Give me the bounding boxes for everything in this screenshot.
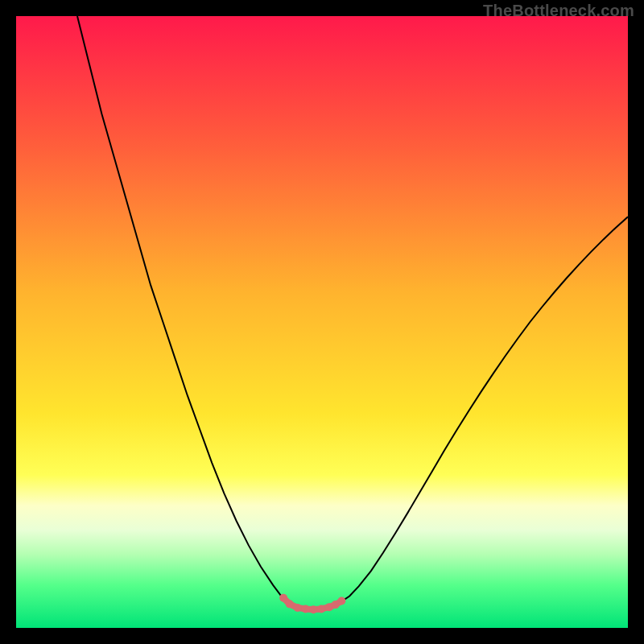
optimal-dot [286,600,294,608]
optimal-dot [337,597,345,605]
optimal-dot [279,594,287,602]
optimal-dot [301,605,309,613]
chart-frame: TheBottleneck.com [0,0,644,644]
optimal-dot [309,605,317,613]
plot-area [16,16,628,628]
gradient-background [16,16,628,628]
optimal-dot [317,605,325,613]
optimal-dot [294,604,302,612]
chart-svg [16,16,628,628]
